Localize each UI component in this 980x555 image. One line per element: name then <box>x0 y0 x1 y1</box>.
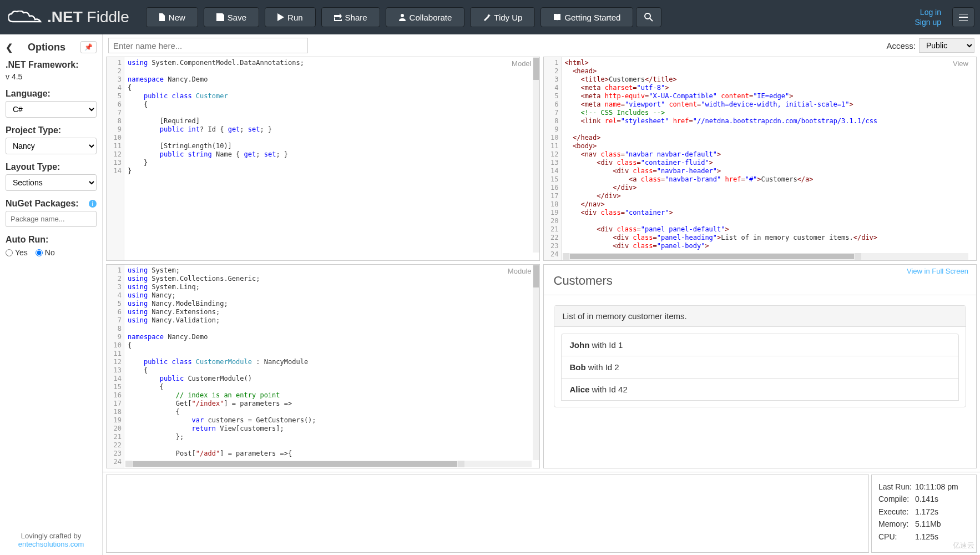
view-pane: View 12345678910111213141516171819202122… <box>543 57 977 261</box>
language-label: Language: <box>6 89 97 99</box>
view-gutter: 123456789101112131415161718192021222324 <box>544 57 562 260</box>
footer-link[interactable]: entechsolutions.com <box>18 540 84 548</box>
framework-label: .NET Framework: <box>6 60 97 70</box>
module-gutter: 123456789101112131415161718192021222324 <box>107 265 124 468</box>
auth-links: Log in Sign up <box>915 7 941 27</box>
language-select[interactable]: C# <box>6 101 97 118</box>
access-select[interactable]: Public <box>919 38 974 53</box>
autorun-yes-radio[interactable]: Yes <box>6 248 28 257</box>
preview-pane: View in Full Screen Customers List of in… <box>543 264 977 468</box>
fiddle-name-input[interactable] <box>108 38 308 53</box>
book-icon <box>553 13 561 21</box>
wand-icon <box>483 13 491 21</box>
hamburger-icon <box>959 14 968 21</box>
layout-type-select[interactable]: Sections <box>6 174 97 191</box>
project-type-label: Project Type: <box>6 125 97 135</box>
topbar: Access: Public <box>103 34 980 57</box>
preview-panel: List of in memory customer items. John w… <box>554 305 967 407</box>
cloud-icon <box>8 11 42 24</box>
nuget-input[interactable] <box>6 211 97 227</box>
stat-compile: 0.141s <box>915 495 938 503</box>
user-icon <box>398 13 406 21</box>
list-item: Alice with Id 42 <box>561 378 959 401</box>
scrollbar-v[interactable] <box>533 265 539 460</box>
module-tag: Module <box>508 267 532 275</box>
stat-execute: 1.172s <box>915 507 938 516</box>
layout-type-label: Layout Type: <box>6 162 97 172</box>
signup-link[interactable]: Sign up <box>915 17 941 27</box>
scrollbar-v[interactable] <box>533 57 539 253</box>
preview-title: Customers <box>554 274 613 288</box>
logo[interactable]: .NET Fiddle <box>6 8 138 26</box>
share-button[interactable]: Share <box>321 7 380 27</box>
framework-value: v 4.5 <box>6 72 97 81</box>
run-button[interactable]: Run <box>265 7 316 27</box>
nuget-label: NuGet Packages:i <box>6 199 97 209</box>
list-item: John with Id 1 <box>561 334 959 356</box>
save-button[interactable]: Save <box>204 7 259 27</box>
navbar: .NET Fiddle New Save Run Share Collabora… <box>0 0 980 34</box>
output-pane <box>106 475 869 553</box>
brand-name: .NET Fiddle <box>47 8 129 26</box>
file-icon <box>159 13 165 21</box>
scrollbar-h[interactable] <box>125 461 532 467</box>
preview: Customers List of in memory customer ite… <box>544 265 977 468</box>
sidebar: ❮ Options 📌 .NET Framework: v 4.5 Langua… <box>0 34 103 555</box>
getting-started-button[interactable]: Getting Started <box>540 7 633 27</box>
pin-button[interactable]: 📌 <box>80 41 97 53</box>
sidebar-title: Options <box>13 42 80 53</box>
scrollbar-h[interactable] <box>563 253 969 260</box>
model-pane: Model 1234567891011121314 using System.C… <box>106 57 540 261</box>
project-type-select[interactable]: Nancy <box>6 138 97 154</box>
nav-right: Log in Sign up <box>915 7 974 27</box>
login-link[interactable]: Log in <box>920 7 941 17</box>
access-label: Access: <box>886 41 916 51</box>
search-button[interactable] <box>636 7 661 27</box>
share-icon <box>334 13 342 21</box>
module-pane: Module 123456789101112131415161718192021… <box>106 264 540 468</box>
svg-point-1 <box>645 13 650 19</box>
collaborate-button[interactable]: Collaborate <box>386 7 465 27</box>
fullscreen-link[interactable]: View in Full Screen <box>907 267 968 275</box>
stat-lastrun: 10:11:08 pm <box>915 482 958 491</box>
autorun-label: Auto Run: <box>6 235 97 245</box>
list-item: Bob with Id 2 <box>561 356 959 379</box>
play-icon <box>277 13 284 21</box>
info-icon[interactable]: i <box>89 200 97 208</box>
view-tag: View <box>953 59 968 68</box>
collapse-sidebar-button[interactable]: ❮ <box>6 42 13 53</box>
sidebar-footer: Lovingly crafted by entechsolutions.com <box>6 526 97 551</box>
svg-point-0 <box>401 14 404 17</box>
menu-button[interactable] <box>952 7 974 27</box>
panel-heading: List of in memory customer items. <box>554 306 966 327</box>
stat-cpu: 1.125s <box>915 532 938 541</box>
view-editor[interactable]: <html> <head> <title>Customers</title> <… <box>562 57 977 260</box>
autorun-no-radio[interactable]: No <box>36 248 55 257</box>
model-tag: Model <box>512 59 531 68</box>
nav-buttons: New Save Run Share Collaborate Tidy Up G… <box>143 7 662 27</box>
sidebar-header: ❮ Options 📌 <box>6 39 97 60</box>
model-gutter: 1234567891011121314 <box>107 57 124 260</box>
search-icon <box>644 13 653 22</box>
stat-memory: 5.11Mb <box>915 519 941 528</box>
model-editor[interactable]: using System.ComponentModel.DataAnnotati… <box>124 57 539 260</box>
module-editor[interactable]: using System;using System.Collections.Ge… <box>124 265 539 468</box>
new-button[interactable]: New <box>146 7 198 27</box>
watermark: 亿速云 <box>953 541 974 551</box>
save-icon <box>216 13 224 21</box>
tidyup-button[interactable]: Tidy Up <box>470 7 535 27</box>
